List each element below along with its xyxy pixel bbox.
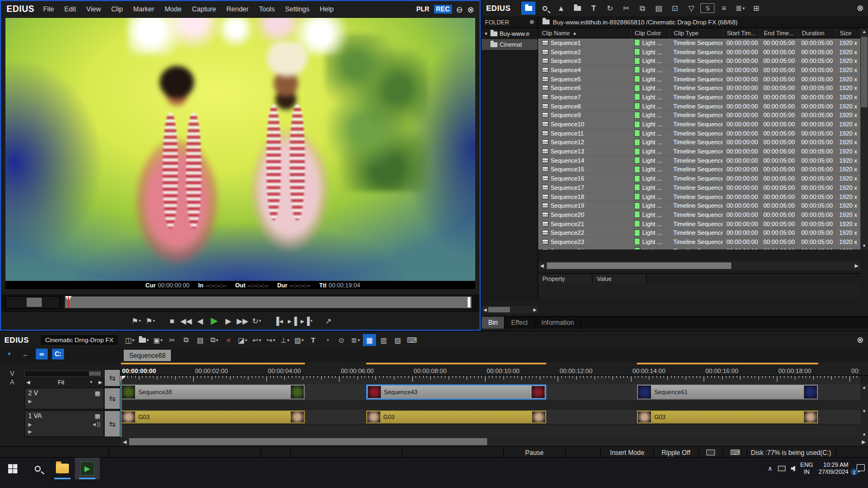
menu-help[interactable]: Help (320, 5, 334, 13)
timeline-clip-sequence61[interactable]: Sequence61 (637, 384, 818, 400)
close-icon[interactable]: ⊗ (857, 335, 864, 345)
volume-button[interactable]: ) (791, 466, 795, 472)
table-horizontal-scrollbar[interactable]: ◀ ▶ (538, 261, 860, 270)
timeline-horizontal-scrollbar[interactable]: ◀ ▶ (120, 437, 868, 446)
menu-file[interactable]: File (43, 5, 54, 13)
mixer-button[interactable]: ▦ (363, 334, 376, 346)
track-2v-lane[interactable]: Sequence38Sequence43Sequence61 (120, 384, 860, 400)
scroll-down-icon[interactable]: ▼ (860, 242, 868, 250)
scale-left-icon[interactable]: ◀ (24, 380, 32, 385)
menu-marker[interactable]: Marker (133, 5, 155, 13)
close-icon[interactable]: ⊗ (467, 5, 474, 14)
scroll-up-icon[interactable]: ▲ (860, 432, 868, 436)
list-view-button[interactable]: ≡ (717, 2, 731, 15)
chevron-down-icon[interactable]: ▾ (90, 380, 97, 384)
detail-view-button[interactable]: ≣▾ (733, 2, 747, 15)
scroll-up-icon[interactable]: ▲ (860, 385, 868, 390)
language-indicator[interactable]: ENG IN (800, 461, 813, 476)
jog-handle[interactable] (27, 298, 42, 307)
paste-button[interactable]: ▤ (194, 334, 207, 346)
col-clip-color[interactable]: Clip Color (630, 28, 669, 38)
ripple-status[interactable]: Ripple Off (654, 447, 698, 458)
create-title-button[interactable]: T (307, 334, 320, 346)
table-row[interactable]: Sequence13Light ...Timeline Sequence00:0… (538, 147, 860, 156)
timeline-clip-g03[interactable]: G03 (121, 410, 305, 423)
close-icon[interactable]: ⊗ (857, 3, 864, 13)
tree-horizontal-scrollbar[interactable]: ◀ ▶ (482, 306, 538, 313)
taskbar-search-button[interactable] (25, 458, 50, 479)
track-header-1va[interactable]: 1 VA▦ ▶◄)) ▶ (24, 410, 104, 437)
scroll-right-icon[interactable]: ▶ (859, 439, 868, 445)
minimize-icon[interactable]: ⊖ (456, 5, 463, 14)
table-row[interactable]: Sequence9Light ...Timeline Sequence00:00… (538, 111, 860, 120)
tree-item-root[interactable]: ▼ Buy-www.e (482, 28, 538, 39)
add-clip-button[interactable]: ◫▾ (123, 334, 136, 346)
prev-frame-button[interactable]: ◀ (193, 314, 207, 328)
position-bar[interactable] (65, 296, 472, 309)
timeline-clip-g03[interactable]: G03 (637, 410, 818, 423)
scroll-left-icon[interactable]: ◀ (538, 263, 546, 268)
folder-view-button[interactable] (521, 2, 535, 15)
patch-2v-button[interactable]: ⇆ (104, 388, 120, 409)
loop-button[interactable]: ↻▾ (250, 314, 264, 328)
expand-icon[interactable]: ▶ (28, 422, 32, 427)
tab-sequence68[interactable]: Sequence68 (124, 350, 171, 361)
copy-button[interactable]: ⧉ (635, 2, 649, 15)
menu-capture[interactable]: Capture (192, 5, 216, 13)
set-out-button[interactable]: ▸▐ (285, 314, 299, 328)
back-mode-button[interactable]: ← (20, 349, 31, 359)
table-row[interactable]: Sequence5Light ...Timeline Sequence00:00… (538, 75, 860, 84)
timeline-ruler[interactable]: 00:00:00:0000:00:02:0000:00:04:0000:00:0… (120, 362, 868, 376)
col-duration[interactable]: Duration (797, 28, 835, 38)
scrollbar-thumb[interactable] (129, 438, 487, 445)
menu-clip[interactable]: Clip (111, 5, 123, 13)
scroll-right-icon[interactable]: ▶ (532, 307, 538, 312)
menu-render[interactable]: Render (226, 5, 248, 13)
jog-shuttle[interactable] (5, 296, 60, 309)
cut-button[interactable]: ✂ (619, 2, 633, 15)
add-cut-point-button[interactable]: ⊥▾ (278, 334, 291, 346)
col-size[interactable]: Size (835, 28, 860, 38)
caret-down-icon[interactable]: ▼ (484, 31, 488, 36)
track-1va-sublane[interactable] (120, 424, 860, 437)
tree-item-child[interactable]: Cinemat (482, 39, 538, 50)
set-marker-button[interactable]: ⚑▾ (129, 314, 143, 328)
table-row[interactable]: Sequence2Light ...Timeline Sequence00:00… (538, 48, 860, 57)
table-row[interactable]: Sequence15Light ...Timeline Sequence00:0… (538, 165, 860, 175)
table-row[interactable]: Sequence23Light ...Timeline Sequence00:0… (538, 237, 860, 247)
open-project-button[interactable]: ▾ (137, 334, 150, 346)
table-row[interactable]: Sequence11Light ...Timeline Sequence00:0… (538, 129, 860, 138)
tab-bin[interactable]: Bin (482, 317, 505, 329)
table-row[interactable]: Sequence21Light ...Timeline Sequence00:0… (538, 220, 860, 229)
table-row[interactable]: Sequence7Light ...Timeline Sequence00:00… (538, 93, 860, 102)
table-row[interactable]: Sequence6Light ...Timeline Sequence00:00… (538, 84, 860, 93)
col-property[interactable]: Property (538, 274, 592, 283)
track-2v-sublane[interactable] (120, 400, 860, 410)
rec-button[interactable]: REC (434, 5, 452, 14)
sync-mode-button[interactable]: ▼ (3, 349, 15, 359)
toolbox-button[interactable]: ⊞ (749, 2, 763, 15)
patch-1va-button[interactable]: ⇆ (104, 410, 120, 437)
col-start-time[interactable]: Start Tim... (723, 28, 760, 38)
position-playhead[interactable] (68, 297, 69, 308)
table-row[interactable]: Sequence24Light ...Timeline Sequence00:0… (538, 247, 860, 249)
scrollbar-thumb[interactable] (547, 262, 731, 269)
voiceover-button[interactable]: ⊙ (335, 334, 348, 346)
search-button[interactable] (538, 2, 552, 15)
table-row[interactable]: Sequence3Light ...Timeline Sequence00:00… (538, 56, 860, 66)
timeline-scale-control[interactable]: ◀ Fit ▾ ▶ (24, 378, 104, 387)
tab-effect[interactable]: Effect (505, 317, 534, 329)
slider-handle[interactable] (89, 371, 101, 376)
scrollbar-thumb[interactable] (488, 307, 510, 312)
menu-settings[interactable]: Settings (285, 5, 309, 13)
start-button[interactable] (0, 458, 25, 479)
col-end-time[interactable]: End Time... (760, 28, 797, 38)
menu-view[interactable]: View (86, 5, 101, 13)
delete-button[interactable]: × (222, 334, 235, 346)
timeline-zoom-slider[interactable] (24, 370, 103, 377)
open-folder-button[interactable] (570, 2, 584, 15)
scroll-left-icon[interactable]: ◀ (120, 439, 129, 445)
track-header-2v[interactable]: 2 V▦ ▶ (24, 388, 104, 409)
table-row[interactable]: Sequence19Light ...Timeline Sequence00:0… (538, 201, 860, 210)
table-row[interactable]: Sequence4Light ...Timeline Sequence00:00… (538, 66, 860, 75)
